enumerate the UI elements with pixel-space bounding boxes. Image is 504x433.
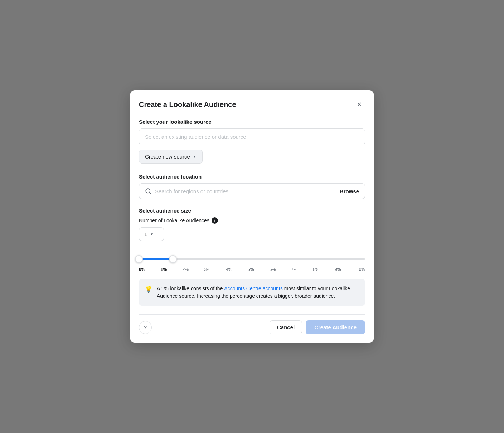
accounts-centre-link[interactable]: Accounts Centre accounts xyxy=(224,286,282,291)
number-caret-icon: ▼ xyxy=(150,232,154,236)
modal-backdrop: Create a Lookalike Audience × Select you… xyxy=(0,0,504,433)
modal-header: Create a Lookalike Audience × xyxy=(139,99,365,110)
close-button[interactable]: × xyxy=(354,99,365,110)
range-container xyxy=(139,258,365,260)
range-label-8: 8% xyxy=(313,267,319,272)
range-label-0: 0% xyxy=(139,267,145,272)
range-label-1: 1% xyxy=(161,267,167,272)
source-input[interactable] xyxy=(139,128,365,145)
range-label-7: 7% xyxy=(291,267,297,272)
range-label-6: 6% xyxy=(270,267,276,272)
location-section-label: Select audience location xyxy=(139,174,365,180)
size-section-label: Select audience size xyxy=(139,208,365,214)
create-source-button[interactable]: Create new source ▼ xyxy=(139,150,203,164)
source-section-label: Select your lookalike source xyxy=(139,119,365,125)
help-button[interactable]: ? xyxy=(139,321,152,334)
help-icon: ? xyxy=(144,324,147,330)
range-thumb-left[interactable] xyxy=(135,255,143,263)
cancel-button[interactable]: Cancel xyxy=(270,320,302,334)
range-label-9: 9% xyxy=(335,267,341,272)
location-search-input[interactable] xyxy=(155,188,336,194)
range-labels: 0% 1% 2% 3% 4% 5% 6% 7% 8% 9% 10% xyxy=(139,267,365,272)
info-box: 💡 A 1% lookalike consists of the Account… xyxy=(139,279,365,306)
number-value: 1 xyxy=(144,231,147,237)
lightbulb-icon: 💡 xyxy=(145,285,152,293)
range-thumb-right[interactable] xyxy=(169,255,177,263)
modal-container: Create a Lookalike Audience × Select you… xyxy=(130,90,374,343)
caret-down-icon: ▼ xyxy=(193,155,197,159)
range-label-10: 10% xyxy=(357,267,365,272)
info-text: A 1% lookalike consists of the Accounts … xyxy=(157,285,359,300)
range-fill xyxy=(139,258,173,260)
range-label-5: 5% xyxy=(248,267,254,272)
source-section: Select your lookalike source Create new … xyxy=(139,119,365,174)
range-label-2: 2% xyxy=(183,267,189,272)
modal-title: Create a Lookalike Audience xyxy=(139,101,236,109)
svg-line-1 xyxy=(149,192,150,193)
range-label-4: 4% xyxy=(226,267,232,272)
footer-actions: Cancel Create Audience xyxy=(270,320,365,334)
location-section: Select audience location Browse xyxy=(139,174,365,199)
slider-section: 0% 1% 2% 3% 4% 5% 6% 7% 8% 9% 10% xyxy=(139,258,365,272)
create-source-label: Create new source xyxy=(145,154,190,160)
create-audience-button[interactable]: Create Audience xyxy=(306,320,365,334)
range-label-3: 3% xyxy=(204,267,210,272)
range-track xyxy=(139,258,365,260)
modal-footer: ? Cancel Create Audience xyxy=(139,314,365,334)
search-icon xyxy=(145,188,151,194)
info-icon: i xyxy=(212,217,218,224)
browse-button[interactable]: Browse xyxy=(340,188,359,194)
number-label: Number of Lookalike Audiences i xyxy=(139,217,365,224)
location-search-wrapper: Browse xyxy=(139,183,365,199)
size-section: Select audience size Number of Lookalike… xyxy=(139,208,365,272)
number-dropdown[interactable]: 1 ▼ xyxy=(139,227,164,241)
